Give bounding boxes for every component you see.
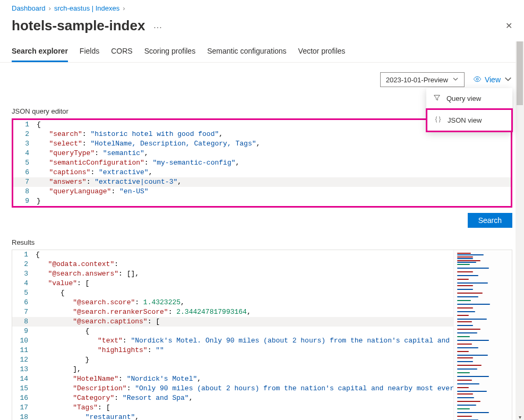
line-number: 3 (12, 269, 36, 279)
code-content: "captions": "extractive", (37, 168, 511, 177)
minimap-line (457, 307, 473, 308)
minimap-line (457, 412, 489, 413)
scroll-down-arrow[interactable]: ▾ (516, 414, 524, 420)
close-button[interactable]: ✕ (505, 21, 512, 31)
tab-fields[interactable]: Fields (80, 41, 99, 62)
minimap-line (457, 304, 490, 305)
code-line: 4 "queryType": "semantic", (13, 149, 511, 158)
minimap-line (457, 332, 477, 333)
code-line: 14 "HotelName": "Nordick's Motel", (12, 374, 453, 384)
view-menu-item-label: Query view (446, 95, 481, 102)
code-content: "HotelName": "Nordick's Motel", (36, 374, 453, 384)
minimap-line (457, 340, 489, 341)
tab-scoring-profiles[interactable]: Scoring profiles (144, 41, 196, 62)
filter-icon (433, 93, 441, 104)
code-line: 2 "@odata.context": (12, 260, 453, 269)
api-version-dropdown[interactable]: 2023-10-01-Preview (380, 72, 465, 87)
code-line: 15 "Description": "Only 90 miles (about … (12, 384, 453, 393)
breadcrumb: Dashboard›srch-eastus | Indexes› (0, 0, 524, 14)
minimap-line (457, 311, 475, 312)
code-content: "select": "HotelName, Description, Categ… (37, 139, 511, 149)
results-label: Results (0, 233, 524, 250)
code-content: "value": [ (36, 279, 453, 288)
minimap-line (457, 365, 482, 366)
minimap-line (457, 254, 484, 255)
code-content: { (36, 327, 453, 336)
line-number: 6 (12, 298, 36, 307)
code-content: "@odata.context": (36, 260, 453, 269)
code-content: "@search.captions": [ (36, 317, 453, 327)
tab-semantic-configurations[interactable]: Semantic configurations (207, 41, 286, 62)
minimap-line (457, 397, 474, 398)
minimap-line (457, 357, 473, 358)
minimap-line (457, 296, 478, 297)
chevron-right-icon: › (123, 4, 125, 12)
eye-icon (473, 75, 482, 85)
line-number: 6 (13, 168, 37, 177)
tab-vector-profiles[interactable]: Vector profiles (298, 41, 346, 62)
code-line: 18 "restaurant", (12, 413, 453, 420)
code-content: { (36, 288, 453, 298)
view-menu-item-label: JSON view (448, 116, 482, 124)
vertical-scrollbar[interactable]: ▴ ▾ (516, 41, 524, 420)
minimap-line (457, 285, 473, 286)
line-number: 9 (12, 327, 36, 336)
line-number: 11 (12, 346, 36, 355)
code-line: 9} (13, 196, 511, 206)
line-number: 2 (13, 130, 37, 139)
code-line: 8 "queryLanguage": "en-US" (13, 187, 511, 196)
line-number: 5 (13, 158, 37, 168)
view-label: View (485, 75, 501, 84)
toolbar: 2023-10-01-Preview View Query view JSON … (0, 63, 524, 92)
code-content: "@search.rerankerScore": 2.3442478179931… (36, 307, 453, 317)
results-editor[interactable]: 1{2 "@odata.context":3 "@search.answers"… (12, 250, 453, 420)
view-menu-query-view[interactable]: Query view (426, 88, 512, 109)
line-number: 18 (12, 413, 36, 420)
more-actions-button[interactable]: ··· (153, 23, 162, 32)
line-number: 1 (13, 120, 37, 130)
breadcrumb-link[interactable]: Dashboard (12, 4, 46, 12)
minimap-line (457, 289, 473, 290)
tab-cors[interactable]: CORS (111, 41, 132, 62)
minimap-line (457, 376, 489, 377)
view-dropdown-button[interactable]: View (473, 75, 512, 85)
code-line: 9 { (12, 327, 453, 336)
minimap-line (457, 393, 473, 395)
minimap[interactable] (453, 250, 512, 420)
minimap-line (457, 383, 479, 384)
line-number: 13 (12, 365, 36, 374)
minimap-line (457, 329, 480, 330)
tab-search-explorer[interactable]: Search explorer (12, 41, 68, 62)
minimap-line (457, 387, 469, 388)
scrollbar-thumb[interactable] (517, 41, 523, 105)
code-line: 6 "captions": "extractive", (13, 168, 511, 177)
code-content: "@search.answers": [], (36, 269, 453, 279)
minimap-line (457, 361, 473, 362)
code-line: 5 { (12, 288, 453, 298)
search-button[interactable]: Search (468, 213, 512, 228)
minimap-line (457, 405, 476, 406)
minimap-line (457, 262, 476, 263)
code-content: "restaurant", (36, 413, 453, 420)
minimap-line (457, 351, 469, 352)
tab-bar: Search explorerFieldsCORSScoring profile… (0, 41, 524, 63)
minimap-line (457, 293, 483, 294)
braces-icon (434, 115, 442, 125)
minimap-line (457, 282, 488, 284)
code-content: "Category": "Resort and Spa", (36, 393, 453, 403)
code-line: 16 "Category": "Resort and Spa", (12, 393, 453, 403)
code-content: } (37, 196, 511, 206)
code-content: "answers": "extractive|count-3", (37, 177, 511, 187)
code-content: "Tags": [ (36, 403, 453, 413)
minimap-line (457, 260, 480, 261)
line-number: 14 (12, 374, 36, 384)
code-content: "text": "Nordick's Motel. Only 90 miles … (36, 336, 453, 346)
code-line: 8 "@search.captions": [ (12, 317, 453, 327)
code-line: 12 } (12, 355, 453, 365)
line-number: 10 (12, 336, 36, 346)
view-menu-json-view[interactable]: JSON view (426, 108, 513, 132)
breadcrumb-link[interactable]: srch-eastus | Indexes (54, 4, 119, 12)
minimap-line (457, 268, 489, 269)
code-line: 5 "semanticConfiguration": "my-semantic-… (13, 158, 511, 168)
minimap-line (457, 368, 477, 370)
